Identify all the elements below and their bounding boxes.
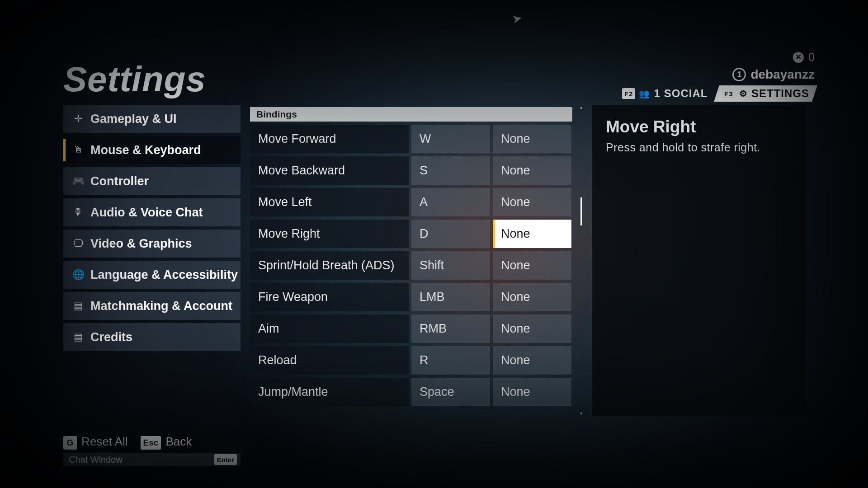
bindings-section-header: Bindings: [250, 107, 572, 122]
sidebar-item-matchmaking-account[interactable]: ▤ Matchmaking & Account: [63, 292, 241, 320]
gear-icon: ⚙: [739, 88, 748, 99]
binding-row: Move Left A None: [250, 188, 572, 216]
currency-display: ✕ 0: [793, 51, 815, 64]
tab-label: SETTINGS: [751, 87, 809, 100]
binding-primary-key[interactable]: Space: [411, 378, 490, 406]
binding-alt-key[interactable]: None: [493, 378, 571, 406]
binding-row: Reload R None: [250, 346, 572, 375]
binding-alt-key[interactable]: None: [493, 188, 571, 216]
keycap-icon: Enter: [214, 454, 237, 465]
prompt-label: Reset All: [81, 435, 128, 448]
binding-primary-key[interactable]: RMB: [411, 314, 490, 343]
binding-action-label: Move Forward: [250, 125, 409, 153]
binding-action-label: Reload: [250, 346, 409, 375]
binding-alt-key[interactable]: None: [493, 156, 571, 185]
hud-tabs: F2 👥 1 SOCIAL F3 ⚙ SETTINGS: [617, 85, 815, 102]
tab-social[interactable]: F2 👥 1 SOCIAL: [617, 85, 713, 102]
binding-primary-key[interactable]: W: [411, 125, 490, 153]
currency-value: 0: [808, 51, 815, 64]
chat-window-label: Chat Window: [69, 455, 123, 465]
binding-action-label: Move Right: [250, 220, 409, 248]
sidebar-item-video-graphics[interactable]: 🖵 Video & Graphics: [63, 230, 241, 258]
back-prompt[interactable]: EscBack: [141, 435, 192, 450]
bindings-panel: Bindings Move Forward W None Move Backwa…: [250, 107, 572, 409]
binding-action-label: Move Left: [250, 188, 409, 216]
settings-sidebar: ✛ Gameplay & UI 🖱 Mouse & Keyboard 🎮 Con…: [63, 105, 241, 351]
binding-action-label: Fire Weapon: [250, 283, 409, 311]
reset-all-prompt[interactable]: GReset All: [63, 435, 128, 450]
binding-alt-key[interactable]: None: [493, 125, 571, 153]
binding-row: Move Forward W None: [250, 125, 572, 153]
binding-alt-key[interactable]: None: [493, 283, 571, 311]
sidebar-item-label: Credits: [90, 330, 132, 344]
party-size-ring-icon: 1: [732, 68, 746, 81]
binding-row: Jump/Mantle Space None: [250, 378, 572, 406]
scrollbar-thumb[interactable]: [580, 197, 582, 225]
crosshair-icon: ✛: [72, 113, 84, 125]
keycap-icon: G: [63, 436, 77, 450]
currency-icon: ✕: [793, 52, 804, 63]
binding-primary-key[interactable]: LMB: [411, 283, 490, 311]
page-title: Settings: [63, 59, 206, 100]
binding-primary-key[interactable]: S: [411, 156, 490, 185]
sidebar-item-gameplay-ui[interactable]: ✛ Gameplay & UI: [63, 105, 241, 133]
microphone-icon: 🎙: [72, 206, 84, 218]
sidebar-item-label: Controller: [90, 174, 149, 188]
sidebar-item-label: Gameplay & UI: [90, 112, 177, 126]
tab-settings[interactable]: F3 ⚙ SETTINGS: [714, 85, 817, 102]
mouse-icon: 🖱: [72, 144, 84, 156]
friends-icon: 👥: [639, 89, 650, 99]
sidebar-item-label: Video & Graphics: [90, 237, 192, 251]
detail-description: Press and hold to strafe right.: [606, 141, 792, 154]
bindings-scrollbar[interactable]: [580, 107, 582, 414]
cursor-icon: ➤: [511, 11, 524, 27]
chat-window-bar[interactable]: Chat Window Enter: [63, 453, 241, 466]
binding-action-label: Move Backward: [250, 156, 409, 185]
sidebar-item-label: Audio & Voice Chat: [90, 206, 203, 220]
binding-alt-key[interactable]: None: [493, 314, 571, 343]
binding-alt-key[interactable]: None: [493, 346, 571, 375]
keycap-icon: Esc: [141, 436, 161, 450]
keycap-icon: F3: [722, 88, 736, 99]
binding-row: Sprint/Hold Breath (ADS) Shift None: [250, 251, 572, 280]
username-label: debayanzz: [750, 67, 815, 82]
player-identity[interactable]: 1 debayanzz: [732, 67, 815, 82]
sidebar-item-label: Matchmaking & Account: [90, 299, 232, 313]
binding-row: Fire Weapon LMB None: [250, 283, 572, 311]
binding-row: Aim RMB None: [250, 314, 572, 343]
list-icon: ▤: [72, 331, 84, 343]
binding-primary-key[interactable]: R: [411, 346, 490, 375]
prompt-label: Back: [165, 435, 192, 448]
binding-action-label: Aim: [250, 314, 409, 343]
binding-primary-key[interactable]: Shift: [411, 251, 490, 280]
sidebar-item-controller[interactable]: 🎮 Controller: [63, 167, 241, 195]
social-count: 1: [654, 87, 660, 100]
footer-prompts: GReset All EscBack: [63, 435, 192, 450]
binding-primary-key[interactable]: D: [411, 220, 490, 248]
scrollbar-top-marker: [580, 107, 582, 109]
sidebar-item-label: Language & Accessibility: [90, 268, 238, 282]
keycap-icon: F2: [622, 88, 636, 99]
binding-alt-key[interactable]: None: [493, 220, 571, 248]
binding-detail-panel: Move Right Press and hold to strafe righ…: [592, 105, 806, 416]
sidebar-item-audio-voice[interactable]: 🎙 Audio & Voice Chat: [63, 198, 241, 226]
binding-primary-key[interactable]: A: [411, 188, 490, 216]
sidebar-item-credits[interactable]: ▤ Credits: [63, 323, 241, 351]
binding-alt-key[interactable]: None: [493, 251, 571, 280]
binding-action-label: Sprint/Hold Breath (ADS): [250, 251, 409, 280]
sidebar-item-language-accessibility[interactable]: 🌐 Language & Accessibility: [63, 261, 241, 289]
scrollbar-bottom-marker: [580, 413, 582, 414]
detail-title: Move Right: [606, 117, 792, 136]
gamepad-icon: 🎮: [72, 175, 84, 187]
globe-icon: 🌐: [72, 269, 84, 281]
monitor-icon: 🖵: [72, 238, 84, 249]
binding-action-label: Jump/Mantle: [250, 378, 409, 406]
top-right-hud: ✕ 0 1 debayanzz F2 👥 1 SOCIAL F3 ⚙ SETTI…: [617, 51, 815, 102]
binding-row: Move Backward S None: [250, 156, 572, 185]
tab-label: SOCIAL: [664, 87, 708, 100]
sidebar-item-mouse-keyboard[interactable]: 🖱 Mouse & Keyboard: [63, 136, 241, 164]
sidebar-item-label: Mouse & Keyboard: [90, 143, 201, 157]
list-icon: ▤: [72, 300, 84, 312]
binding-row: Move Right D None: [250, 220, 572, 248]
